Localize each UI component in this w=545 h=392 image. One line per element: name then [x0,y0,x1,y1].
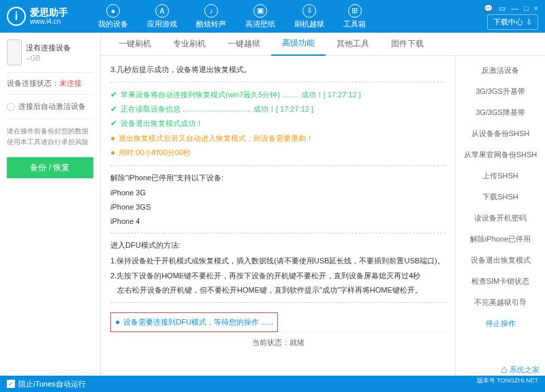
house-icon: ⌂ [501,363,508,376]
info-icon: ● [115,315,120,329]
nav-flash[interactable]: ⇩刷机越狱 [285,1,334,32]
right-panel: 反激活设备 3G/3GS升基带 3G/3GS降基带 从设备备份SHSH 从苹果官… [455,56,545,376]
chat-icon[interactable]: 💬 [484,4,493,13]
nav-my-device[interactable]: ●我的设备 [89,1,138,32]
dfu-step: 左右松开设备的开机键，但不要松开HOME键，直到软件提示"成功"字样再将HOME… [110,284,446,297]
log-line: 3.几秒后提示成功，设备将退出恢复模式。 [110,63,446,76]
backup-restore-button[interactable]: 备份 / 恢复 [7,157,93,178]
watermark: ⌂ 系统之家 [501,363,540,376]
device-name: 没有连接设备 [26,43,71,53]
rp-stop[interactable]: 停止操作 [456,313,545,334]
window-controls: 💬 ▭ — □ × [484,4,538,13]
connection-status: 设备连接状态：未连接 [7,72,93,95]
check-icon: ✔ [110,116,117,130]
dfu-waiting-highlight: ● 设备需要连接到DFU模式，等待您的操作 ...... [110,312,278,331]
dfu-section-title: 进入DFU模式的方法: [110,239,446,252]
watermark-sub: 版本号 TONGZHI.NET [477,376,538,385]
tab-jailbreak[interactable]: 一键越狱 [217,33,271,56]
rp-tethered-boot[interactable]: 不完美越狱引导 [456,292,545,313]
rp-read-passcode[interactable]: 读设备开机密码 [456,208,545,229]
tab-bar: 一键刷机 专业刷机 一键越狱 高级功能 其他工具 固件下载 [101,33,545,56]
log-line: ✔正在读取设备信息 ..............................… [110,102,446,116]
sidebar: 没有连接设备 --GB 设备连接状态：未连接 连接后自动激活设备 请在操作前备份… [0,33,101,376]
rp-exit-recovery[interactable]: 设备退出恢复模式 [456,250,545,271]
skin-icon[interactable]: ▭ [499,4,505,13]
rp-check-sim[interactable]: 检查SIM卡锁状态 [456,271,545,292]
auto-activate-option[interactable]: 连接后自动激活设备 [7,95,93,119]
nav-wallpapers[interactable]: ▣高清壁纸 [236,1,285,32]
dfu-step: 2.先按下设备的HOME键不要松开，再按下设备的开机键不要松开，直到设备屏幕熄灭… [110,270,446,282]
log-line: ●退出恢复模式后若又自动进入恢复模式，则设备需要重刷！ [110,131,446,145]
device-image-icon [7,39,22,65]
device-list-item: iPhone 3GS [110,201,446,214]
tab-advanced[interactable]: 高级功能 [271,33,326,56]
minimize-icon[interactable]: — [511,4,518,13]
rp-backup-shsh-device[interactable]: 从设备备份SHSH [456,123,545,144]
app-header: i 爱思助手 www.i4.cn ●我的设备 A应用游戏 ♪酷炫铃声 ▣高清壁纸… [0,0,545,33]
footer-label: 阻止iTunes自动运行 [18,379,86,389]
rp-upload-shsh[interactable]: 上传SHSH [456,165,545,186]
rp-backup-shsh-apple[interactable]: 从苹果官网备份SHSH [456,144,545,165]
log-line: ●用时:00小时00分00秒 [110,146,446,159]
download-center-button[interactable]: 下载中心⇩ [487,14,538,30]
warning-text: 请在操作前备份好您的数据 使用本工具请自行承担风险 [7,119,93,154]
device-capacity: --GB [26,54,71,62]
tab-pro-flash[interactable]: 专业刷机 [162,33,217,56]
log-line: ✔设备退出恢复模式成功！ [110,116,446,130]
nav-apps[interactable]: A应用游戏 [138,1,187,32]
app-title: 爱思助手 [30,7,68,18]
device-list-item: iPhone 3G [110,186,446,199]
tab-oneclick-flash[interactable]: 一键刷机 [108,33,162,56]
app-url: www.i4.cn [30,18,68,25]
radio-icon [7,103,15,111]
checkbox-icon[interactable]: ✓ [7,380,15,388]
nav-ringtones[interactable]: ♪酷炫铃声 [187,1,236,32]
download-icon: ⇩ [526,18,532,27]
rp-3g-up[interactable]: 3G/3GS升基带 [456,81,545,102]
warn-icon: ● [110,131,115,145]
dfu-step: 1.保持设备处于开机模式或恢复模式，插入数据线(请不要使用USB延长线，不要插到… [110,255,446,267]
footer: ✓ 阻止iTunes自动运行 [0,376,545,392]
rp-deactivate[interactable]: 反激活设备 [456,60,545,81]
main-nav: ●我的设备 A应用游戏 ♪酷炫铃声 ▣高清壁纸 ⇩刷机越狱 ⊞工具箱 [89,1,375,32]
device-box: 没有连接设备 --GB [7,39,93,65]
maximize-icon[interactable]: □ [524,4,529,13]
rp-3g-down[interactable]: 3G/3GS降基带 [456,102,545,123]
unlock-section-title: 解除"iPhone已停用"支持以下设备: [110,172,446,184]
device-list-item: iPhone 4 [110,215,446,228]
log-area: 3.几秒后提示成功，设备将退出恢复模式。 ✔苹果设备将自动连接到恢复模式(win… [101,56,455,376]
log-line: ✔苹果设备将自动连接到恢复模式(win7最久5分钟) ........ 成功！[… [110,88,446,101]
clock-icon: ● [110,146,115,159]
close-icon[interactable]: × [534,4,538,13]
logo-area: i 爱思助手 www.i4.cn [7,7,68,26]
rp-download-shsh[interactable]: 下载SHSH [456,186,545,208]
nav-toolbox[interactable]: ⊞工具箱 [334,1,375,32]
check-icon: ✔ [110,102,117,116]
rp-unlock-disabled[interactable]: 解除iPhone已停用 [456,229,545,250]
tab-firmware[interactable]: 固件下载 [380,33,435,56]
app-logo-icon: i [7,7,26,26]
check-icon: ✔ [110,88,117,101]
tab-other-tools[interactable]: 其他工具 [326,33,380,56]
status-bar: 当前状态：就绪 [110,332,446,353]
